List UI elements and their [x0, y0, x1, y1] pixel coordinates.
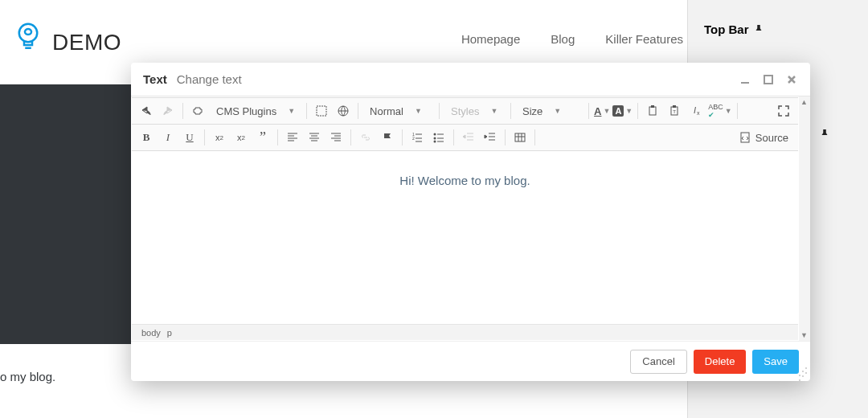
maximize-editor-icon[interactable] [774, 101, 793, 121]
svg-rect-17 [515, 133, 525, 141]
logo-bulb-icon [16, 21, 40, 53]
chevron-down-icon: ▼ [415, 107, 422, 115]
styles-placeholder: Styles [451, 105, 479, 117]
bold-button[interactable]: B [137, 128, 156, 147]
scroll-up-arrow[interactable]: ▲ [800, 98, 808, 106]
paste-icon[interactable] [643, 101, 662, 121]
align-right-icon[interactable] [326, 128, 346, 147]
separator [453, 129, 454, 145]
align-center-icon[interactable] [305, 128, 324, 147]
separator [402, 129, 403, 145]
modal-footer: Cancel Delete Save ⋰⋰ [131, 341, 810, 381]
separator [306, 103, 307, 119]
indent-icon[interactable] [481, 128, 500, 147]
editor-status-bar: body p [132, 324, 798, 340]
format-value: Normal [370, 105, 403, 117]
window-controls [740, 75, 798, 84]
maximize-button[interactable] [764, 75, 775, 84]
font-size-dropdown[interactable]: Size▼ [516, 101, 583, 121]
svg-text:T: T [673, 109, 676, 114]
resize-grip-icon[interactable]: ⋰⋰ [798, 369, 808, 379]
svg-rect-6 [651, 105, 654, 108]
svg-rect-1 [741, 82, 749, 84]
link-icon[interactable] [356, 128, 375, 147]
subscript-button[interactable]: x2 [210, 128, 229, 147]
minimize-button[interactable] [740, 75, 751, 84]
italic-button[interactable]: I [158, 128, 178, 147]
underline-button[interactable]: U [180, 128, 199, 147]
separator [182, 103, 183, 119]
size-label: Size [522, 105, 542, 117]
svg-point-15 [434, 137, 436, 140]
svg-text:2: 2 [412, 136, 415, 141]
editor-content[interactable]: Hi! Welcome to my blog. [132, 151, 798, 324]
svg-point-14 [434, 133, 436, 136]
undo-icon[interactable] [137, 101, 156, 121]
bulleted-list-icon[interactable] [429, 128, 448, 147]
text-editor-modal: Text Change text CMS Plugins▼ Normal▼ [131, 63, 810, 381]
chevron-down-icon: ▼ [490, 107, 497, 115]
show-blocks-icon[interactable] [312, 101, 331, 121]
align-left-icon[interactable] [283, 128, 302, 147]
outdent-icon[interactable] [459, 128, 478, 147]
nav-homepage[interactable]: Homepage [461, 32, 520, 46]
separator [637, 103, 638, 119]
editor-wrapper: CMS Plugins▼ Normal▼ Styles▼ Size▼ A▼ A▼… [131, 96, 810, 341]
text-color-button[interactable]: A▼ [594, 101, 610, 121]
sidebar-title: Top Bar [704, 23, 852, 36]
paste-text-icon[interactable]: T [665, 101, 684, 121]
remove-format-icon[interactable]: Ix [686, 101, 706, 121]
modal-subtitle: Change text [177, 72, 242, 86]
delete-button[interactable]: Delete [694, 350, 747, 374]
separator [439, 103, 440, 119]
numbered-list-icon[interactable]: 12 [407, 128, 427, 147]
globe-icon[interactable] [334, 101, 353, 121]
cms-plugins-label: CMS Plugins [216, 105, 276, 117]
svg-text:I: I [694, 105, 696, 115]
cms-plugins-dropdown[interactable]: CMS Plugins▼ [210, 101, 301, 121]
styles-dropdown[interactable]: Styles▼ [444, 101, 506, 121]
separator [358, 103, 358, 119]
source-label: Source [755, 132, 788, 144]
chevron-down-icon: ▼ [288, 107, 295, 115]
spellcheck-icon[interactable]: ABC✔▼ [708, 101, 731, 121]
save-button[interactable]: Save [752, 350, 799, 374]
separator [350, 129, 351, 145]
superscript-button[interactable]: x2 [231, 128, 251, 147]
separator [534, 129, 535, 145]
redo-icon[interactable] [158, 101, 178, 121]
editor-body: CMS Plugins▼ Normal▼ Styles▼ Size▼ A▼ A▼… [131, 96, 799, 341]
pin-icon [753, 24, 764, 35]
chevron-down-icon: ▼ [554, 107, 561, 115]
separator [277, 129, 278, 145]
nav-blog[interactable]: Blog [551, 32, 575, 46]
svg-rect-2 [764, 76, 772, 84]
sidebar-title-text: Top Bar [704, 23, 749, 36]
svg-point-16 [434, 141, 436, 143]
svg-point-0 [19, 23, 38, 42]
separator [510, 103, 511, 119]
anchor-flag-icon[interactable] [378, 128, 397, 147]
bg-color-button[interactable]: A▼ [612, 101, 633, 121]
editor-scrollbar[interactable]: ▲ ▼ [799, 96, 810, 341]
site-title: DEMO [52, 30, 121, 55]
table-icon[interactable] [510, 128, 530, 147]
blockquote-button[interactable]: ” [253, 128, 272, 147]
main-nav: Homepage Blog Killer Features [461, 32, 683, 46]
paragraph-format-dropdown[interactable]: Normal▼ [363, 101, 434, 121]
elements-path-body[interactable]: body [141, 328, 161, 338]
svg-rect-8 [673, 105, 676, 108]
cancel-button[interactable]: Cancel [630, 350, 686, 374]
separator [588, 103, 589, 119]
svg-rect-3 [317, 106, 326, 116]
modal-title: Text [143, 72, 167, 86]
close-button[interactable] [787, 75, 798, 84]
plugin-icon[interactable] [188, 101, 207, 121]
separator [204, 129, 205, 145]
elements-path-p[interactable]: p [167, 328, 172, 338]
scroll-down-arrow[interactable]: ▼ [800, 331, 808, 339]
source-button[interactable]: Source [735, 132, 793, 144]
modal-titlebar[interactable]: Text Change text [131, 63, 810, 96]
nav-features[interactable]: Killer Features [605, 32, 683, 46]
toolbar-row-1: CMS Plugins▼ Normal▼ Styles▼ Size▼ A▼ A▼… [132, 97, 798, 125]
